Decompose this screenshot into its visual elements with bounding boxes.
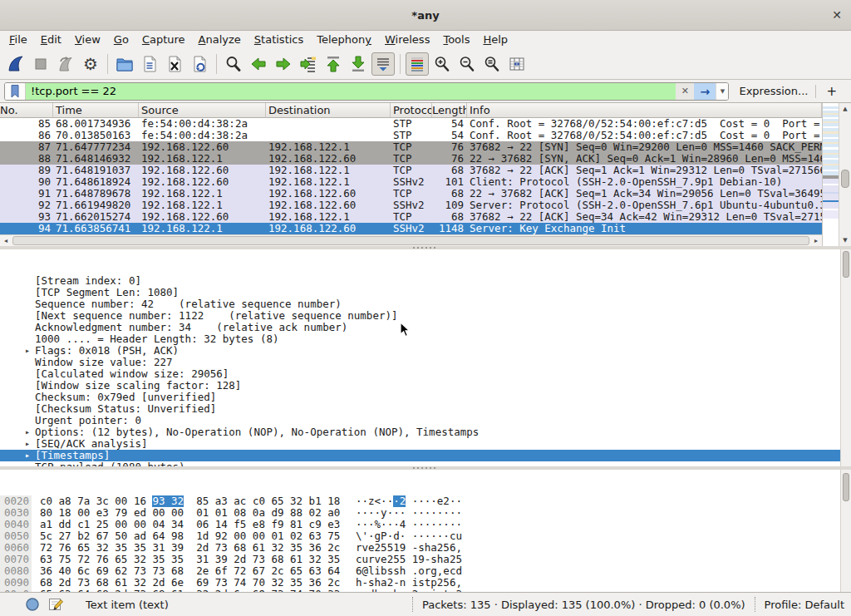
detail-line[interactable]: 1000 .... = Header Length: 32 bytes (8) [0, 333, 851, 345]
scroll-left-icon[interactable]: ◂ [0, 237, 12, 244]
go-to-top-icon[interactable] [322, 52, 345, 76]
details-scroll-thumb[interactable] [843, 251, 849, 278]
hex-row-0060[interactable]: 006072 76 65 32 35 35 31 39 2d 73 68 61 … [0, 542, 851, 554]
packet-row-93[interactable]: 9371.662015274192.168.122.60192.168.122.… [0, 211, 822, 223]
go-forward-icon[interactable] [272, 52, 295, 76]
expander-closed-icon[interactable]: ▸ [20, 345, 35, 357]
close-file-icon[interactable] [163, 52, 186, 76]
menu-telephony[interactable]: Telephony [310, 33, 378, 46]
detail-line[interactable]: ▸[SEQ/ACK analysis] [0, 438, 851, 450]
start-capture-icon[interactable] [4, 52, 27, 76]
resize-columns-icon[interactable] [505, 52, 529, 76]
packet-list-vscrollbar[interactable]: ▲ ▼ [839, 103, 851, 246]
reload-file-icon[interactable] [188, 52, 211, 76]
scroll-down-icon[interactable]: ▼ [839, 237, 851, 244]
detail-line[interactable]: Checksum: 0x79ed [unverified] [0, 392, 851, 403]
details-vscrollbar[interactable] [840, 249, 851, 466]
expression-button[interactable]: Expression... [739, 85, 808, 97]
packet-list-hscrollbar[interactable]: ◂ ▸ [0, 234, 822, 246]
zoom-original-icon[interactable] [480, 52, 504, 76]
packet-row-91[interactable]: 9171.648789678192.168.122.1192.168.122.6… [0, 188, 822, 200]
column-header-no[interactable]: No. [0, 103, 53, 117]
profile-button[interactable]: Profile: Default [765, 599, 844, 611]
hscroll-groove[interactable] [12, 235, 810, 246]
detail-line[interactable]: [Checksum Status: Unverified] [0, 403, 851, 415]
hex-row-0050[interactable]: 00505c 27 b2 67 50 ad 64 98 1d 92 00 00 … [0, 530, 851, 542]
hex-row-0040[interactable]: 0040a1 dd c1 25 00 00 04 34 06 14 f5 e8 … [0, 519, 851, 530]
hex-row-0020[interactable]: 0020c0 a8 7a 3c 00 16 93 32 85 a3 ac c0 … [0, 495, 851, 507]
column-header-source[interactable]: Source [139, 103, 266, 117]
menu-tools[interactable]: Tools [436, 33, 476, 46]
packet-row-92[interactable]: 9271.661949820192.168.122.1192.168.122.6… [0, 200, 822, 211]
colorize-icon[interactable] [406, 52, 429, 76]
stop-capture-icon[interactable] [29, 52, 52, 76]
display-filter-input[interactable]: !tcp.port == 22 [26, 83, 676, 100]
menu-go[interactable]: Go [107, 33, 135, 46]
packet-row-88[interactable]: 8871.648146932192.168.122.1192.168.122.6… [0, 153, 822, 165]
zoom-out-icon[interactable] [455, 52, 479, 76]
hscroll-thumb[interactable] [12, 236, 809, 245]
zoom-in-icon[interactable] [430, 52, 454, 76]
column-header-time[interactable]: Time [53, 103, 139, 117]
detail-line[interactable]: [Stream index: 0] [0, 275, 851, 287]
detail-line[interactable]: [Window size scaling factor: 128] [0, 380, 851, 392]
detail-line[interactable]: Window size value: 227 [0, 357, 851, 368]
menu-help[interactable]: Help [476, 33, 514, 46]
menu-edit[interactable]: Edit [34, 33, 68, 46]
packet-row-94[interactable]: 9471.663856741192.168.122.1192.168.122.6… [0, 223, 822, 234]
detail-line[interactable]: ▸[Timestamps] [0, 450, 851, 461]
menu-view[interactable]: View [68, 33, 107, 46]
menu-analyze[interactable]: Analyze [192, 33, 248, 46]
menu-capture[interactable]: Capture [135, 33, 192, 46]
packet-row-85[interactable]: 8568.001734936fe:54:00:d4:38:2aSTP54Conf… [0, 118, 822, 130]
filter-apply-icon[interactable]: → [694, 83, 716, 100]
go-back-icon[interactable] [247, 52, 270, 76]
menu-wireless[interactable]: Wireless [378, 33, 436, 46]
column-header-destination[interactable]: Destination [266, 103, 391, 117]
menu-statistics[interactable]: Statistics [248, 33, 310, 46]
go-to-bottom-icon[interactable] [347, 52, 370, 76]
bytes-vscrollbar[interactable] [840, 470, 851, 592]
column-header-protocol[interactable]: Protocol [391, 103, 432, 117]
expander-closed-icon[interactable]: ▸ [20, 450, 35, 461]
restart-capture-icon[interactable] [54, 52, 77, 76]
go-to-packet-icon[interactable] [297, 52, 320, 76]
open-file-icon[interactable] [113, 52, 136, 76]
hex-row-0090[interactable]: 009068 2d 73 68 61 32 2d 6e 69 73 74 70 … [0, 577, 851, 589]
expander-closed-icon[interactable]: ▸ [20, 438, 35, 450]
vscroll-thumb[interactable] [841, 170, 849, 188]
detail-line[interactable]: [TCP Segment Len: 1080] [0, 287, 851, 298]
detail-line[interactable]: Acknowledgment number: 34 (relative ack … [0, 322, 851, 333]
column-header-length[interactable]: Length [432, 103, 467, 117]
detail-line[interactable]: [Calculated window size: 29056] [0, 368, 851, 380]
auto-scroll-icon[interactable] [371, 52, 395, 76]
close-window-icon[interactable]: ✕ [832, 8, 842, 22]
expander-closed-icon[interactable]: ▸ [20, 426, 35, 438]
packet-row-90[interactable]: 9071.648618924192.168.122.60192.168.122.… [0, 176, 822, 188]
detail-line[interactable]: Sequence number: 42 (relative sequence n… [0, 298, 851, 310]
filter-dropdown-icon[interactable]: ▼ [716, 83, 728, 100]
packet-row-86[interactable]: 8670.013850163fe:54:00:d4:38:2aSTP54Conf… [0, 130, 822, 141]
filter-bookmark-icon[interactable] [5, 83, 26, 100]
expert-info-icon[interactable] [25, 597, 40, 612]
packet-row-87[interactable]: 8771.647777234192.168.122.60192.168.122.… [0, 141, 822, 153]
detail-line[interactable]: Urgent pointer: 0 [0, 415, 851, 426]
detail-line[interactable]: ▸Flags: 0x018 (PSH, ACK) [0, 345, 851, 357]
detail-line[interactable]: [Next sequence number: 1122 (relative se… [0, 310, 851, 322]
find-packet-icon[interactable] [222, 52, 245, 76]
scroll-right-icon[interactable]: ▸ [810, 237, 822, 244]
save-file-icon[interactable] [138, 52, 161, 76]
scroll-up-icon[interactable]: ▲ [839, 106, 851, 112]
packet-row-89[interactable]: 8971.648191037192.168.122.60192.168.122.… [0, 165, 822, 176]
hex-row-0030[interactable]: 003080 18 00 e3 79 ed 00 00 01 01 08 0a … [0, 507, 851, 519]
bytes-scroll-thumb[interactable] [843, 473, 849, 501]
menu-file[interactable]: File [2, 33, 34, 46]
hex-row-00a0[interactable]: 00a065 63 64 68 2d 73 68 61 32 2d 6e 69 … [0, 589, 851, 592]
hex-row-0080[interactable]: 008036 40 6c 69 62 73 73 68 2e 6f 72 67 … [0, 565, 851, 577]
add-filter-button[interactable]: + [826, 84, 837, 99]
detail-line[interactable]: ▸Options: (12 bytes), No-Operation (NOP)… [0, 426, 851, 438]
hex-row-0070[interactable]: 007063 75 72 76 65 32 35 35 31 39 2d 73 … [0, 554, 851, 565]
intelligent-scrollbar-minimap[interactable] [822, 103, 839, 246]
filter-clear-icon[interactable]: ✕ [676, 83, 694, 100]
column-header-info[interactable]: Info [467, 103, 822, 117]
